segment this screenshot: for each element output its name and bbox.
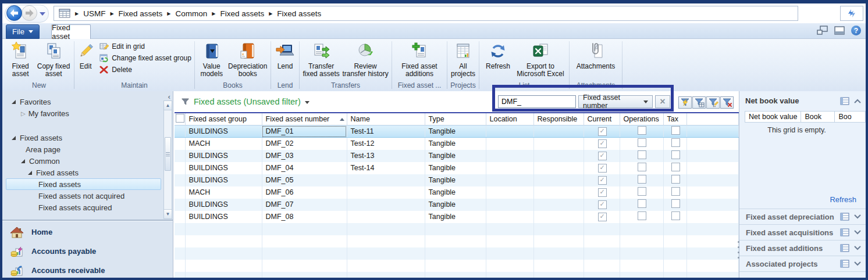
col-header-location[interactable]: Location <box>486 113 533 125</box>
cell-fixed-asset-group[interactable]: BUILDINGS <box>185 174 262 186</box>
factbox-refresh-link[interactable]: Refresh <box>830 195 856 204</box>
cell-type[interactable]: Tangible <box>425 186 486 199</box>
open-factbox-grid-icon[interactable] <box>840 260 849 268</box>
cell-responsible[interactable] <box>533 138 584 150</box>
cell-fixed-asset-number[interactable]: DMF_02 <box>262 138 347 150</box>
cell-fixed-asset-number[interactable]: DMF_08 <box>262 211 347 223</box>
depreciation-books-button[interactable]: Depreciation books <box>227 40 269 78</box>
cell-responsible[interactable] <box>533 125 584 138</box>
cell-checkbox-tax[interactable] <box>663 174 686 186</box>
cell-filler[interactable] <box>686 211 739 223</box>
filter-text-input[interactable] <box>498 95 576 108</box>
checkbox-operations[interactable] <box>638 138 646 147</box>
advanced-filter-button[interactable] <box>706 96 720 109</box>
cell-filler[interactable] <box>686 174 739 186</box>
cell-location[interactable] <box>486 199 533 211</box>
cell-filler[interactable] <box>686 138 739 150</box>
value-models-button[interactable]: Value models <box>197 40 227 78</box>
cell-responsible[interactable] <box>533 162 584 174</box>
expand-chevron-icon[interactable] <box>854 261 861 266</box>
expanded-twirl-icon[interactable] <box>21 159 25 163</box>
new-fixed-asset-button[interactable]: Fixed asset <box>6 40 35 78</box>
expand-chevron-icon[interactable] <box>854 214 861 219</box>
factbox-section-additions[interactable]: Fixed asset additions <box>739 240 866 256</box>
cell-fixed-asset-number[interactable]: DMF_05 <box>262 174 347 186</box>
select-all-checkbox[interactable] <box>176 114 184 123</box>
cell-checkbox-operations[interactable] <box>620 162 663 174</box>
cell-name[interactable] <box>347 211 425 223</box>
cell-fixed-asset-number[interactable]: DMF_01 <box>262 125 347 138</box>
change-fixed-asset-group-button[interactable]: Change fixed asset group <box>97 52 194 64</box>
checkbox-current[interactable]: ✓ <box>598 200 607 209</box>
table-row[interactable]: BUILDINGSDMF_01Test-11Tangible✓ <box>175 125 739 138</box>
fb-col-book[interactable]: Book <box>801 111 835 123</box>
cell-checkbox-current[interactable]: ✓ <box>584 150 620 162</box>
cell-checkbox-operations[interactable] <box>620 138 663 150</box>
cell-row-selector[interactable] <box>175 211 185 223</box>
back-button[interactable] <box>6 5 22 21</box>
checkbox-operations[interactable] <box>638 211 646 220</box>
checkbox-operations[interactable] <box>638 175 646 184</box>
factbox-section-acquisitions[interactable]: Fixed asset acquisitions <box>739 224 866 240</box>
all-projects-button[interactable]: All projects <box>449 40 477 78</box>
checkbox-tax[interactable] <box>671 199 680 208</box>
tree-item-fixed-assets-acquired[interactable]: Fixed assets acquired <box>2 202 162 213</box>
checkbox-operations[interactable] <box>638 199 646 208</box>
cell-checkbox-current[interactable]: ✓ <box>584 162 620 174</box>
expanded-twirl-icon[interactable] <box>12 100 16 104</box>
table-row[interactable]: BUILDINGSDMF_03Test-13Tangible✓ <box>175 150 739 162</box>
tree-item-favorites[interactable]: Favorites <box>2 96 162 107</box>
factbox-section-associated-projects[interactable]: Associated projects <box>739 256 866 272</box>
cell-checkbox-operations[interactable] <box>620 125 663 138</box>
cell-filler[interactable] <box>686 199 739 211</box>
cell-row-selector[interactable] <box>175 174 185 186</box>
cell-fixed-asset-group[interactable]: BUILDINGS <box>185 211 262 223</box>
cell-type[interactable]: Tangible <box>425 211 486 223</box>
scroll-up-icon[interactable]: ▲ <box>164 101 172 110</box>
cell-checkbox-tax[interactable] <box>663 125 686 138</box>
cell-filler[interactable] <box>686 162 739 174</box>
cell-location[interactable] <box>486 186 533 199</box>
cell-checkbox-tax[interactable] <box>663 211 686 223</box>
cell-type[interactable]: Tangible <box>425 174 486 186</box>
cell-type[interactable]: Tangible <box>425 138 486 150</box>
cell-row-selector[interactable] <box>175 162 185 174</box>
cell-checkbox-tax[interactable] <box>663 162 686 174</box>
cell-fixed-asset-group[interactable]: BUILDINGS <box>185 125 262 138</box>
cell-fixed-asset-number[interactable]: DMF_04 <box>262 162 347 174</box>
open-factbox-grid-icon[interactable] <box>840 213 849 221</box>
expanded-twirl-icon[interactable] <box>12 136 16 140</box>
scroll-down-icon[interactable]: ▼ <box>164 209 172 218</box>
cell-checkbox-operations[interactable] <box>620 174 663 186</box>
cell-fixed-asset-number[interactable]: DMF_06 <box>262 186 347 199</box>
fixed-asset-additions-button[interactable]: Fixed asset additions <box>399 40 440 78</box>
lend-button[interactable]: Lend <box>273 40 297 70</box>
tree-item-my-favorites[interactable]: ▷ My favorites <box>2 107 162 119</box>
cell-responsible[interactable] <box>533 174 584 186</box>
cell-checkbox-current[interactable]: ✓ <box>584 186 620 199</box>
collapsed-twirl-icon[interactable]: ▷ <box>21 110 26 117</box>
cell-fixed-asset-number[interactable]: DMF_07 <box>262 199 347 211</box>
cell-type[interactable]: Tangible <box>425 125 486 138</box>
cell-checkbox-operations[interactable] <box>620 211 663 223</box>
help-button[interactable]: ? <box>851 26 861 35</box>
col-header-current[interactable]: Current <box>584 113 620 125</box>
navpane-scrollbar[interactable]: ▲ ▼ <box>163 100 172 219</box>
checkbox-operations[interactable] <box>638 187 646 196</box>
file-menu-button[interactable]: File <box>6 24 40 39</box>
review-transfer-history-button[interactable]: Review transfer history <box>341 40 390 78</box>
col-header-responsible[interactable]: Responsible <box>533 113 584 125</box>
checkbox-tax[interactable] <box>671 163 680 171</box>
col-header-operations[interactable]: Operations <box>620 113 663 125</box>
col-header-tax[interactable]: Tax <box>663 113 686 125</box>
checkbox-tax[interactable] <box>671 211 680 220</box>
cell-responsible[interactable] <box>533 211 584 223</box>
checkbox-tax[interactable] <box>671 187 680 196</box>
tab-fixed-asset[interactable]: Fixed asset <box>51 24 91 39</box>
cell-name[interactable] <box>347 174 425 186</box>
tree-item-fixed-assets-not-acquired[interactable]: Fixed assets not acquired <box>2 190 162 202</box>
cell-row-selector[interactable] <box>175 150 185 162</box>
cell-fixed-asset-group[interactable]: MACH <box>185 186 262 199</box>
layout-panes-icon[interactable] <box>834 26 845 35</box>
cell-filler[interactable] <box>686 150 739 162</box>
